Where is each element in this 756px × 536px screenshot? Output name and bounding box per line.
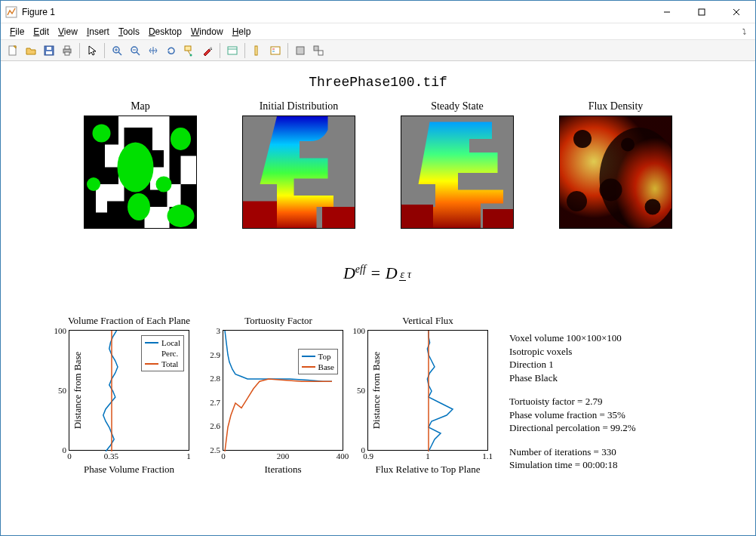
app-icon xyxy=(5,6,17,18)
legend-button[interactable] xyxy=(266,42,284,60)
svg-point-48 xyxy=(645,199,661,215)
brush-button[interactable] xyxy=(198,42,217,60)
svg-rect-26 xyxy=(271,47,280,54)
ytick: 2.8 xyxy=(210,374,223,383)
ytick: 2.6 xyxy=(210,421,223,430)
toolbar-separator xyxy=(244,43,245,58)
xtick: 0 xyxy=(221,450,226,461)
svg-rect-25 xyxy=(255,46,257,55)
map-image[interactable] xyxy=(84,116,197,229)
menu-file[interactable]: File xyxy=(7,25,27,39)
chart-title: Tortuosity Factor xyxy=(211,315,346,327)
ytick: 2.9 xyxy=(210,350,223,359)
xtick: 0.35 xyxy=(104,450,118,461)
pointer-button[interactable] xyxy=(83,42,101,60)
ytick: 3 xyxy=(217,326,224,335)
toolbar xyxy=(1,40,755,61)
main-title: ThreePhase100.tif xyxy=(1,75,755,90)
xtick: 400 xyxy=(337,450,349,461)
svg-rect-31 xyxy=(318,51,323,55)
flux-density-image[interactable] xyxy=(559,116,672,229)
info-line: Number of iterations = 330 xyxy=(509,445,725,459)
svg-rect-8 xyxy=(65,46,69,49)
legend-label: Top xyxy=(318,351,331,362)
info-line: Simulation time = 00:00:18 xyxy=(509,458,725,472)
chart-legend[interactable]: Top Base xyxy=(298,349,338,374)
info-line: Phase Black xyxy=(509,371,725,385)
zoom-in-button[interactable] xyxy=(108,42,126,60)
hide-plot-tools-button[interactable] xyxy=(291,42,309,60)
chart-volume-fraction[interactable]: Volume Fraction of Each Plane Distance f… xyxy=(61,318,197,469)
equation-lhs-D: D xyxy=(343,263,355,282)
chart-axes: Distance from Base Phase Volume Fraction… xyxy=(69,330,189,451)
svg-rect-6 xyxy=(46,51,52,54)
menu-view[interactable]: View xyxy=(55,25,81,39)
titlebar: Figure 1 xyxy=(1,1,755,23)
svg-point-47 xyxy=(600,179,622,202)
menu-desktop[interactable]: Desktop xyxy=(146,25,185,39)
xtick: 200 xyxy=(277,450,290,461)
chart-title: Vertical Flux xyxy=(360,315,496,327)
svg-rect-1 xyxy=(699,9,705,15)
close-button[interactable] xyxy=(719,1,754,23)
svg-point-49 xyxy=(567,191,587,211)
toolbar-separator xyxy=(287,43,288,58)
equation: Deff = Dετ xyxy=(1,263,755,283)
xtick: 1.1 xyxy=(482,450,493,461)
panel-title: Steady State xyxy=(397,100,518,112)
info-block-1: Voxel volume 100×100×100 Isotropic voxel… xyxy=(509,331,725,384)
print-button[interactable] xyxy=(58,42,76,60)
svg-rect-29 xyxy=(297,47,304,54)
menu-overflow-icon[interactable]: ⤵ xyxy=(739,27,749,35)
pan-button[interactable] xyxy=(144,42,162,60)
colorbar-button[interactable] xyxy=(248,42,266,60)
xtick: 0.9 xyxy=(363,450,373,461)
menu-tools[interactable]: Tools xyxy=(115,25,143,39)
open-button[interactable] xyxy=(22,42,40,60)
svg-rect-9 xyxy=(65,52,69,55)
initial-distribution-image[interactable] xyxy=(242,116,355,229)
chart-row: Volume Fraction of Each Plane Distance f… xyxy=(61,318,725,482)
menu-window[interactable]: Window xyxy=(188,25,226,39)
link-button[interactable] xyxy=(223,42,241,60)
minimize-button[interactable] xyxy=(650,1,684,23)
show-plot-tools-button[interactable] xyxy=(309,42,327,60)
chart-tortuosity[interactable]: Tortuosity Factor Iterations 2.5 2.6 2.7… xyxy=(211,318,346,469)
xlabel: Phase Volume Fraction xyxy=(69,464,189,476)
menu-insert[interactable]: Insert xyxy=(84,25,112,39)
svg-point-35 xyxy=(128,193,150,220)
xlabel: Flux Relative to Top Plane xyxy=(368,464,487,476)
xlabel: Iterations xyxy=(223,464,343,476)
window-title: Figure 1 xyxy=(22,7,650,17)
svg-line-15 xyxy=(137,52,140,55)
legend-label: Perc. xyxy=(161,348,178,359)
save-button[interactable] xyxy=(40,42,58,60)
panel-title: Initial Distribution xyxy=(238,100,359,112)
ytick: 100 xyxy=(54,326,70,335)
new-figure-button[interactable] xyxy=(4,42,22,60)
info-line: Voxel volume 100×100×100 xyxy=(509,331,725,345)
datatip-button[interactable] xyxy=(180,42,198,60)
svg-point-20 xyxy=(190,54,192,56)
chart-legend[interactable]: Local Perc. Total xyxy=(141,335,184,371)
info-line: Directional percolation = 99.2% xyxy=(509,421,725,435)
info-line: Direction 1 xyxy=(509,358,725,371)
menubar: File Edit View Insert Tools Desktop Wind… xyxy=(1,23,755,40)
maximize-button[interactable] xyxy=(684,1,719,23)
xtick: 1 xyxy=(186,450,191,461)
equation-rhs-D: D xyxy=(386,263,398,282)
info-line: Phase volume fraction = 35% xyxy=(509,408,725,422)
chart-vertical-flux[interactable]: Vertical Flux Distance from Base Flux Re… xyxy=(360,318,496,469)
svg-line-19 xyxy=(188,51,190,54)
zoom-out-button[interactable] xyxy=(126,42,144,60)
svg-point-34 xyxy=(118,143,154,193)
ytick: 50 xyxy=(357,386,368,395)
rotate-button[interactable] xyxy=(162,42,180,60)
menu-help[interactable]: Help xyxy=(229,25,254,39)
xtick: 1 xyxy=(426,450,430,461)
steady-state-image[interactable] xyxy=(401,116,514,229)
svg-rect-23 xyxy=(228,47,237,54)
chart-title: Volume Fraction of Each Plane xyxy=(61,315,197,327)
menu-edit[interactable]: Edit xyxy=(30,25,52,39)
svg-point-39 xyxy=(156,177,172,193)
